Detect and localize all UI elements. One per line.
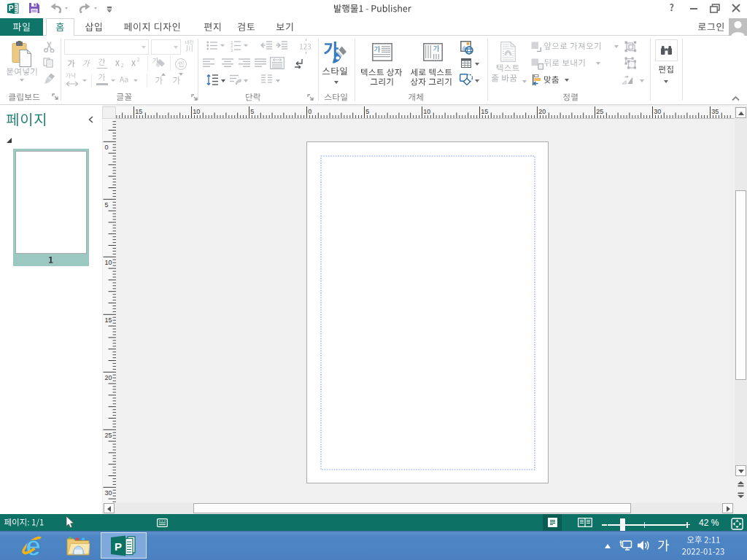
svg-text:35: 35 bbox=[711, 108, 719, 115]
svg-text:5: 5 bbox=[105, 201, 109, 209]
svg-text:3: 3 bbox=[231, 48, 233, 52]
svg-text:15: 15 bbox=[135, 108, 142, 115]
svg-text:5: 5 bbox=[365, 108, 369, 115]
svg-text:30: 30 bbox=[654, 108, 661, 115]
svg-text:30: 30 bbox=[105, 489, 112, 497]
svg-text:15: 15 bbox=[105, 316, 112, 324]
svg-text:0: 0 bbox=[308, 108, 311, 115]
svg-text:e: e bbox=[26, 532, 41, 559]
svg-text:10: 10 bbox=[193, 108, 200, 115]
svg-text:20: 20 bbox=[538, 108, 546, 115]
svg-text:25: 25 bbox=[105, 432, 112, 439]
svg-text:10: 10 bbox=[423, 108, 430, 115]
svg-text:5: 5 bbox=[250, 108, 254, 115]
svg-text:15: 15 bbox=[481, 108, 488, 115]
svg-text:0: 0 bbox=[105, 144, 109, 151]
svg-text:P: P bbox=[9, 4, 14, 12]
svg-text:20: 20 bbox=[105, 374, 112, 381]
svg-text:P: P bbox=[115, 540, 122, 553]
svg-text:25: 25 bbox=[596, 108, 603, 115]
svg-text:10: 10 bbox=[105, 259, 112, 266]
